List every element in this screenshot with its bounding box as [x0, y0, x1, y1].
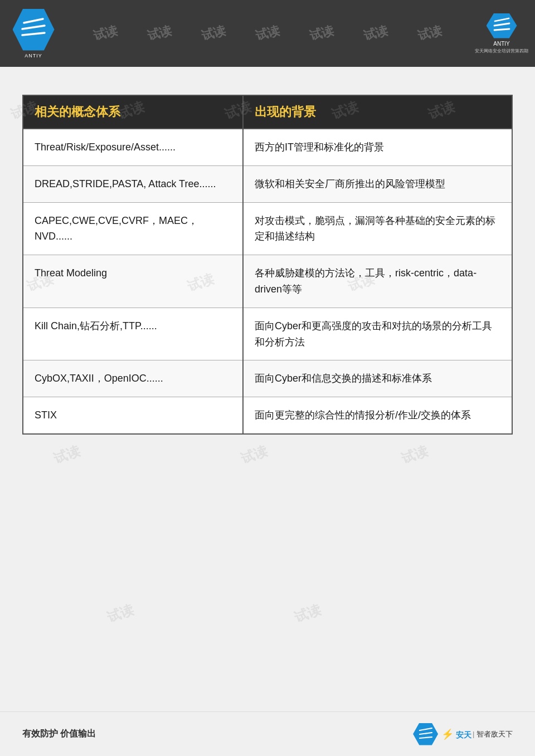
table-cell-left-5: CybOX,TAXII，OpenIOC......: [23, 360, 243, 397]
header-wm-3: 试读: [200, 22, 227, 45]
header: ANTIY 试读 试读 试读 试读 试读 试读 试读 ANTIY 安天网络安全培…: [0, 0, 535, 67]
concepts-table: 相关的概念体系 出现的背景 Threat/Risk/Exposure/Asset…: [22, 95, 513, 435]
table-row: CybOX,TAXII，OpenIOC......面向Cyber和信息交换的描述…: [23, 360, 512, 397]
header-wm-5: 试读: [308, 22, 335, 45]
header-wm-2: 试读: [145, 22, 173, 45]
wm-13: 试读: [292, 601, 323, 626]
col1-header: 相关的概念体系: [23, 95, 243, 129]
svg-line-7: [420, 733, 432, 734]
table-cell-left-3: Threat Modeling: [23, 255, 243, 308]
wm-12: 试读: [105, 601, 136, 626]
header-watermarks: 试读 试读 试读 试读 试读 试读 试读: [67, 25, 468, 42]
logo-label: ANTIY: [25, 53, 42, 58]
svg-line-4: [494, 23, 509, 26]
table-cell-right-4: 面向Cyber和更高强度的攻击和对抗的场景的分析工具和分析方法: [243, 308, 512, 360]
table-cell-left-6: STIX: [23, 397, 243, 434]
brand-icon: [487, 13, 517, 38]
footer: 有效防护 价值输出 ⚡ 安天 | 智者敌天下: [0, 711, 535, 756]
antiy-brand: ANTIY 安天网络安全培训营第四期: [475, 13, 528, 54]
logo-hexagon: [13, 9, 55, 51]
footer-slogan: | 智者敌天下: [473, 729, 513, 739]
table-cell-right-1: 微软和相关安全厂商所推出的风险管理模型: [243, 165, 512, 202]
table-cell-right-5: 面向Cyber和信息交换的描述和标准体系: [243, 360, 512, 397]
table-row: STIX面向更完整的综合性的情报分析/作业/交换的体系: [23, 397, 512, 434]
header-wm-1: 试读: [91, 22, 119, 45]
header-wm-6: 试读: [362, 22, 390, 45]
svg-line-0: [24, 19, 43, 23]
svg-line-3: [495, 18, 509, 21]
table-cell-right-3: 各种威胁建模的方法论，工具，risk-centric，data-driven等等: [243, 255, 512, 308]
table-row: CAPEC,CWE,CVE,CVRF，MAEC，NVD......对攻击模式，脆…: [23, 202, 512, 255]
footer-logo-hex: [413, 723, 438, 745]
header-right-logo: ANTIY 安天网络安全培训营第四期: [468, 0, 535, 67]
table-cell-left-1: DREAD,STRIDE,PASTA, Attack Tree......: [23, 165, 243, 202]
svg-line-5: [494, 29, 509, 30]
table-row: Kill Chain,钻石分析,TTP......面向Cyber和更高强度的攻击…: [23, 308, 512, 360]
table-cell-right-2: 对攻击模式，脆弱点，漏洞等各种基础的安全元素的标定和描述结构: [243, 202, 512, 255]
svg-line-2: [22, 33, 45, 35]
footer-left-text: 有效防护 价值输出: [22, 728, 96, 740]
logo-area: ANTIY: [0, 0, 67, 67]
footer-right: ⚡ 安天 | 智者敌天下: [413, 723, 513, 745]
svg-line-1: [22, 26, 45, 29]
table-cell-left-4: Kill Chain,钻石分析,TTP......: [23, 308, 243, 360]
col2-header: 出现的背景: [243, 95, 512, 129]
table-cell-left-0: Threat/Risk/Exposure/Asset......: [23, 129, 243, 165]
table-row: DREAD,STRIDE,PASTA, Attack Tree......微软和…: [23, 165, 512, 202]
table-cell-right-6: 面向更完整的综合性的情报分析/作业/交换的体系: [243, 397, 512, 434]
header-wm-7: 试读: [416, 22, 444, 45]
table-row: Threat Modeling各种威胁建模的方法论，工具，risk-centri…: [23, 255, 512, 308]
table-cell-right-0: 西方的IT管理和标准化的背景: [243, 129, 512, 165]
table-cell-left-2: CAPEC,CWE,CVE,CVRF，MAEC，NVD......: [23, 202, 243, 255]
footer-brand: ⚡ 安天: [441, 728, 471, 740]
header-wm-4: 试读: [254, 22, 281, 45]
brand-subtitle: 安天网络安全培训营第四期: [475, 48, 528, 54]
svg-line-8: [420, 737, 432, 738]
brand-text: ANTIY: [493, 41, 509, 47]
main-content: 相关的概念体系 出现的背景 Threat/Risk/Exposure/Asset…: [0, 67, 535, 457]
svg-line-6: [420, 728, 432, 730]
table-row: Threat/Risk/Exposure/Asset......西方的IT管理和…: [23, 129, 512, 165]
